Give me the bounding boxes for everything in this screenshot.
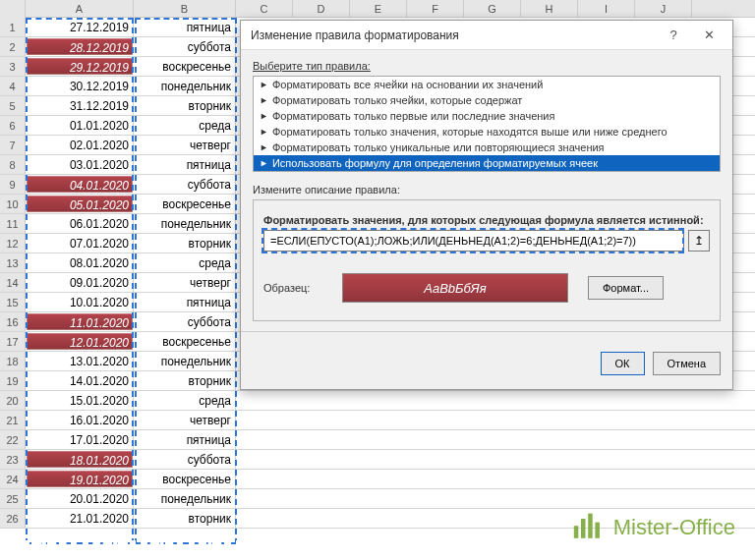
cell-weekday[interactable]: среда — [134, 253, 236, 272]
cell-date[interactable]: 28.12.2019 — [26, 37, 134, 56]
cell-date[interactable]: 02.01.2020 — [26, 136, 134, 154]
row-header[interactable]: 25 — [0, 489, 26, 508]
row-header[interactable]: 2 — [0, 37, 26, 56]
cell-weekday[interactable]: понедельник — [134, 352, 236, 370]
select-all-corner[interactable] — [0, 0, 26, 18]
column-header-b[interactable]: B — [134, 0, 236, 17]
cell-date[interactable]: 10.01.2020 — [26, 293, 134, 311]
cell-date[interactable]: 18.01.2020 — [26, 450, 134, 469]
row-header[interactable]: 26 — [0, 509, 26, 528]
cell-date[interactable]: 13.01.2020 — [26, 352, 134, 370]
column-header-h[interactable]: H — [521, 0, 578, 17]
row-header[interactable]: 12 — [0, 234, 26, 252]
close-button[interactable]: ✕ — [691, 24, 726, 47]
cell-weekday[interactable]: воскресенье — [134, 470, 236, 488]
collapse-dialog-button[interactable]: ↥ — [688, 230, 710, 252]
cell-weekday[interactable]: понедельник — [134, 489, 236, 508]
cell-weekday[interactable]: воскресенье — [134, 332, 236, 351]
row-header[interactable]: 18 — [0, 352, 26, 370]
row-header[interactable]: 21 — [0, 411, 26, 429]
column-header-d[interactable]: D — [293, 0, 350, 17]
row-header[interactable]: 13 — [0, 253, 26, 272]
cell-date[interactable]: 08.01.2020 — [26, 253, 134, 272]
cell-date[interactable]: 30.12.2019 — [26, 77, 134, 95]
cell-date[interactable]: 21.01.2020 — [26, 509, 134, 528]
row-header[interactable]: 7 — [0, 136, 26, 154]
row-header[interactable]: 15 — [0, 293, 26, 311]
row-header[interactable]: 14 — [0, 273, 26, 292]
cell-date[interactable]: 11.01.2020 — [26, 312, 134, 331]
ok-button[interactable]: ОК — [601, 352, 645, 375]
row-header[interactable]: 9 — [0, 175, 26, 194]
cell-weekday[interactable]: понедельник — [134, 77, 236, 95]
rule-type-option[interactable]: ►Использовать формулу для определения фо… — [254, 155, 720, 171]
rule-type-option[interactable]: ►Форматировать только первые или последн… — [254, 108, 720, 124]
cell-weekday[interactable]: понедельник — [134, 214, 236, 233]
cell-weekday[interactable]: воскресенье — [134, 57, 236, 76]
cell-weekday[interactable]: вторник — [134, 96, 236, 115]
cell-weekday[interactable]: пятница — [134, 155, 236, 174]
cell-date[interactable]: 05.01.2020 — [26, 195, 134, 213]
cell-weekday[interactable]: среда — [134, 391, 236, 410]
column-header-g[interactable]: G — [464, 0, 521, 17]
cell-weekday[interactable]: вторник — [134, 509, 236, 528]
cell-weekday[interactable]: четверг — [134, 273, 236, 292]
cell-weekday[interactable]: воскресенье — [134, 195, 236, 213]
column-header-e[interactable]: E — [350, 0, 407, 17]
cancel-button[interactable]: Отмена — [653, 352, 721, 375]
row-header[interactable]: 19 — [0, 371, 26, 390]
rule-type-option[interactable]: ►Форматировать только значения, которые … — [254, 124, 720, 140]
row-header[interactable]: 8 — [0, 155, 26, 174]
rule-type-option[interactable]: ►Форматировать только уникальные или пов… — [254, 140, 720, 155]
cell-weekday[interactable]: суббота — [134, 175, 236, 194]
row-header[interactable]: 22 — [0, 430, 26, 449]
row-header[interactable]: 6 — [0, 116, 26, 135]
cell-weekday[interactable]: суббота — [134, 312, 236, 331]
row-header[interactable]: 23 — [0, 450, 26, 469]
help-button[interactable]: ? — [656, 24, 691, 47]
column-header-j[interactable]: J — [635, 0, 692, 17]
cell-date[interactable]: 29.12.2019 — [26, 57, 134, 76]
cell-date[interactable]: 06.01.2020 — [26, 214, 134, 233]
cell-weekday[interactable]: среда — [134, 116, 236, 135]
rule-type-option[interactable]: ►Форматировать все ячейки на основании и… — [254, 77, 720, 92]
format-button[interactable]: Формат... — [588, 276, 664, 300]
cell-weekday[interactable]: пятница — [134, 293, 236, 311]
formula-input[interactable] — [263, 230, 684, 252]
cell-date[interactable]: 20.01.2020 — [26, 489, 134, 508]
cell-weekday[interactable]: вторник — [134, 234, 236, 252]
row-header[interactable]: 20 — [0, 391, 26, 410]
cell-weekday[interactable]: четверг — [134, 136, 236, 154]
rule-type-list[interactable]: ►Форматировать все ячейки на основании и… — [253, 76, 721, 172]
cell-date[interactable]: 04.01.2020 — [26, 175, 134, 194]
row-header[interactable]: 10 — [0, 195, 26, 213]
cell-weekday[interactable]: суббота — [134, 37, 236, 56]
cell-weekday[interactable]: суббота — [134, 450, 236, 469]
cell-weekday[interactable]: пятница — [134, 430, 236, 449]
row-header[interactable]: 16 — [0, 312, 26, 331]
cell-weekday[interactable]: четверг — [134, 411, 236, 429]
row-header[interactable]: 3 — [0, 57, 26, 76]
cell-date[interactable]: 31.12.2019 — [26, 96, 134, 115]
cell-date[interactable]: 14.01.2020 — [26, 371, 134, 390]
cell-date[interactable]: 03.01.2020 — [26, 155, 134, 174]
cell-date[interactable]: 07.01.2020 — [26, 234, 134, 252]
row-header[interactable]: 11 — [0, 214, 26, 233]
cell-date[interactable]: 09.01.2020 — [26, 273, 134, 292]
row-header[interactable]: 17 — [0, 332, 26, 351]
row-header[interactable]: 1 — [0, 18, 26, 36]
column-header-i[interactable]: I — [578, 0, 635, 17]
cell-date[interactable]: 17.01.2020 — [26, 430, 134, 449]
column-header-a[interactable]: A — [26, 0, 134, 17]
row-header[interactable]: 5 — [0, 96, 26, 115]
column-header-f[interactable]: F — [407, 0, 464, 17]
cell-date[interactable]: 12.01.2020 — [26, 332, 134, 351]
row-header[interactable]: 24 — [0, 470, 26, 488]
cell-date[interactable]: 01.01.2020 — [26, 116, 134, 135]
cell-date[interactable]: 27.12.2019 — [26, 18, 134, 36]
cell-weekday[interactable]: вторник — [134, 371, 236, 390]
cell-date[interactable]: 19.01.2020 — [26, 470, 134, 488]
column-header-c[interactable]: C — [236, 0, 293, 17]
cell-date[interactable]: 16.01.2020 — [26, 411, 134, 429]
row-header[interactable]: 4 — [0, 77, 26, 95]
